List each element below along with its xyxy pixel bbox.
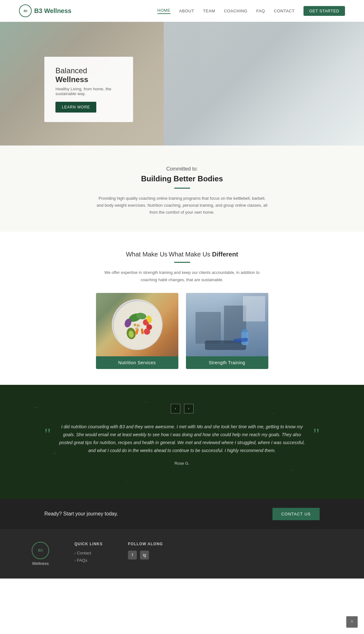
contact-us-button[interactable]: CONTACT US (272, 508, 320, 520)
testimonial-section: ‹ › " " I did nutrition counseling with … (0, 385, 364, 499)
different-section: What Make Us What Make Us Different We o… (0, 232, 364, 385)
svg-rect-19 (242, 329, 247, 333)
nutrition-card[interactable]: Nutrition Services (96, 293, 178, 369)
get-started-button[interactable]: GET STARTED (303, 6, 345, 16)
footer-faqs-link[interactable]: FAQs (74, 558, 103, 563)
testimonial-author: Rose G. (44, 461, 320, 466)
cta-bar: Ready? Start your journey today. CONTACT… (0, 499, 364, 529)
logo[interactable]: B3 B3 Wellness (19, 4, 71, 17)
committed-pretitle: Committed to: (97, 165, 268, 173)
svg-point-5 (144, 328, 150, 335)
different-title-row: What Make Us What Make Us Different (38, 251, 326, 258)
footer-contact-link[interactable]: Contact (74, 551, 103, 555)
quick-links-title: QUICK LINKS (74, 542, 103, 546)
svg-rect-21 (243, 296, 265, 321)
follow-along-title: FOLLOW ALONG (128, 542, 163, 546)
quote-mark-open: " (44, 426, 51, 442)
green-divider (174, 188, 190, 189)
strength-card-image (186, 293, 268, 356)
social-icons: f ig (128, 551, 163, 560)
strength-card[interactable]: Strength Training (186, 293, 268, 369)
nav-coaching[interactable]: COACHING (224, 9, 247, 13)
nav-links: HOME ABOUT TEAM COACHING FAQ CONTACT GET… (157, 6, 345, 16)
learn-more-button[interactable]: LEARN MORE (55, 102, 96, 113)
svg-point-10 (137, 324, 140, 327)
testimonial-text: I did nutrition counseling with B3 and t… (57, 423, 307, 455)
quote-mark-close: " (313, 426, 320, 442)
logo-icon: B3 (19, 4, 32, 17)
hero-subtext: Healthy Living, from home, the sustainab… (55, 87, 122, 96)
different-body: We offer expertise in strength training … (97, 269, 268, 283)
different-pretitle-text: What Make Us (169, 251, 212, 258)
nav-faq[interactable]: FAQ (256, 9, 265, 13)
footer-quick-links: QUICK LINKS Contact FAQs (74, 542, 103, 565)
strength-card-label: Strength Training (186, 356, 268, 369)
svg-point-12 (135, 327, 138, 330)
nav-team[interactable]: TEAM (203, 9, 215, 13)
hero-person-bg (164, 22, 364, 146)
testimonial-prev-button[interactable]: ‹ (171, 404, 180, 413)
footer-social: FOLLOW ALONG f ig (128, 542, 163, 560)
plate-circle (112, 299, 163, 350)
different-title-bold: Different (212, 251, 238, 258)
facebook-icon[interactable]: f (128, 551, 137, 560)
service-cards: Nutrition Services (38, 293, 326, 369)
instagram-icon[interactable]: ig (140, 551, 149, 560)
gym-svg (186, 293, 268, 356)
navigation: B3 B3 Wellness HOME ABOUT TEAM COACHING … (0, 0, 364, 22)
testimonial-next-button[interactable]: › (184, 404, 194, 413)
testimonial-nav: ‹ › (44, 404, 320, 413)
testimonial-quote-wrap: " " I did nutrition counseling with B3 a… (44, 423, 320, 455)
different-divider (174, 262, 190, 263)
hero-content-box: Balanced Wellness Healthy Living, from h… (44, 57, 133, 122)
logo-text: B3 Wellness (34, 7, 71, 15)
nav-about[interactable]: ABOUT (179, 9, 194, 13)
plate-decoration (96, 293, 178, 356)
hero-heading: Balanced Wellness (55, 66, 122, 84)
nav-contact[interactable]: CONTACT (274, 9, 295, 13)
nutrition-card-label: Nutrition Services (96, 356, 178, 369)
cta-text: Ready? Start your journey today. (44, 511, 118, 517)
nav-home[interactable]: HOME (157, 8, 170, 14)
footer: B3 Wellness QUICK LINKS Contact FAQs FOL… (0, 529, 364, 579)
committed-section: Committed to: Building Better Bodies Pro… (0, 146, 364, 232)
footer-logo-sub: Wellness (32, 561, 49, 566)
testimonial-inner: ‹ › " " I did nutrition counseling with … (44, 404, 320, 466)
footer-logo-icon: B3 (32, 542, 49, 559)
footer-logo: B3 Wellness (32, 542, 49, 566)
food-svg (113, 300, 163, 350)
logo-b3: B3 (24, 9, 27, 13)
svg-rect-15 (195, 312, 221, 344)
different-pretitle: What Make Us (126, 251, 167, 258)
committed-title: Building Better Bodies (63, 174, 301, 183)
hero-section: Balanced Wellness Healthy Living, from h… (0, 22, 364, 146)
nutrition-card-image (96, 293, 178, 356)
svg-point-11 (134, 324, 136, 326)
committed-body: Providing high quality coaching online t… (97, 195, 268, 216)
